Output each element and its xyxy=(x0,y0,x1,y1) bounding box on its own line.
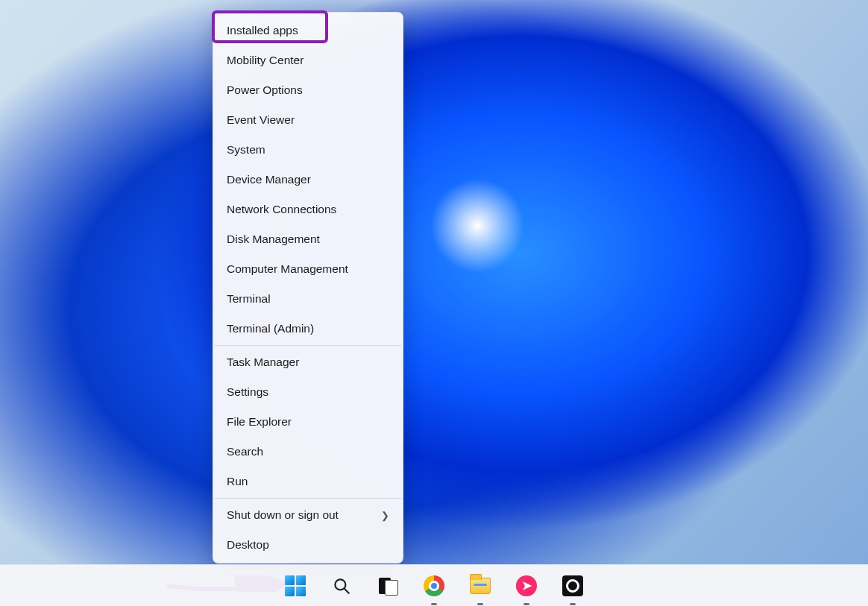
menu-item-label: Installed apps xyxy=(227,24,298,37)
guiding-tech-icon: ➤ xyxy=(516,575,537,596)
menu-item-installed-apps[interactable]: Installed apps xyxy=(213,16,403,45)
chrome-icon xyxy=(424,575,444,596)
running-indicator xyxy=(570,603,576,605)
menu-item-label: Settings xyxy=(227,385,268,399)
menu-item-label: Desktop xyxy=(227,538,269,552)
search-icon xyxy=(332,576,351,596)
menu-item-device-manager[interactable]: Device Manager xyxy=(213,165,403,195)
menu-item-search[interactable]: Search xyxy=(213,437,403,467)
running-indicator xyxy=(523,603,529,605)
menu-item-label: Disk Management xyxy=(227,233,320,246)
menu-item-label: Run xyxy=(227,475,248,488)
chevron-right-icon: ❯ xyxy=(381,510,389,521)
menu-item-label: Power Options xyxy=(227,83,303,97)
menu-item-label: Device Manager xyxy=(227,173,311,186)
menu-item-settings[interactable]: Settings xyxy=(213,377,403,407)
menu-item-file-explorer[interactable]: File Explorer xyxy=(213,407,403,437)
taskbar-guiding-tech-button[interactable]: ➤ xyxy=(512,571,541,601)
menu-item-label: Computer Management xyxy=(227,262,348,276)
obs-icon xyxy=(562,575,583,596)
taskbar-chrome-button[interactable] xyxy=(419,571,449,601)
taskbar-task-view-button[interactable] xyxy=(373,571,403,601)
desktop-wallpaper xyxy=(0,0,868,564)
menu-item-label: Mobility Center xyxy=(227,54,304,67)
winx-context-menu: Installed apps Mobility Center Power Opt… xyxy=(213,12,403,564)
menu-item-label: Terminal xyxy=(227,292,271,306)
taskbar-start-button[interactable] xyxy=(280,571,310,601)
taskbar-file-explorer-button[interactable] xyxy=(465,571,495,601)
menu-item-label: File Explorer xyxy=(227,415,292,429)
menu-item-terminal[interactable]: Terminal xyxy=(213,284,403,314)
menu-item-label: System xyxy=(227,143,265,157)
menu-item-computer-management[interactable]: Computer Management xyxy=(213,254,403,284)
menu-item-shut-down-or-sign-out[interactable]: Shut down or sign out ❯ xyxy=(213,500,403,530)
menu-item-desktop[interactable]: Desktop xyxy=(213,530,403,560)
taskbar: ➤ xyxy=(0,564,868,606)
menu-item-power-options[interactable]: Power Options xyxy=(213,75,403,105)
file-explorer-icon xyxy=(470,578,491,594)
menu-separator xyxy=(214,498,402,499)
menu-separator xyxy=(214,345,402,346)
menu-item-label: Event Viewer xyxy=(227,113,295,127)
taskbar-search-button[interactable] xyxy=(327,571,356,601)
start-icon xyxy=(285,575,306,596)
menu-item-label: Network Connections xyxy=(227,203,336,216)
menu-item-label: Search xyxy=(227,445,263,458)
task-view-icon xyxy=(377,575,398,596)
svg-line-1 xyxy=(345,588,349,593)
menu-item-run[interactable]: Run xyxy=(213,467,403,496)
running-indicator xyxy=(477,603,483,605)
taskbar-obs-button[interactable] xyxy=(558,571,588,601)
menu-item-disk-management[interactable]: Disk Management xyxy=(213,224,403,254)
menu-item-system[interactable]: System xyxy=(213,135,403,165)
running-indicator xyxy=(431,603,437,605)
menu-item-network-connections[interactable]: Network Connections xyxy=(213,195,403,224)
menu-item-event-viewer[interactable]: Event Viewer xyxy=(213,105,403,135)
menu-item-label: Task Manager xyxy=(227,356,299,369)
menu-item-mobility-center[interactable]: Mobility Center xyxy=(213,45,403,75)
menu-item-terminal-admin[interactable]: Terminal (Admin) xyxy=(213,314,403,344)
menu-item-label: Terminal (Admin) xyxy=(227,322,314,335)
menu-item-label: Shut down or sign out xyxy=(227,508,339,522)
menu-item-task-manager[interactable]: Task Manager xyxy=(213,347,403,377)
